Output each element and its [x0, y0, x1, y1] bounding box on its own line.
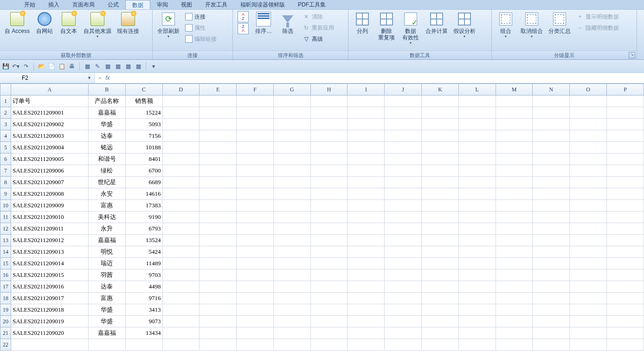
- cell[interactable]: [385, 130, 422, 142]
- cell[interactable]: [237, 96, 274, 107]
- row-header[interactable]: 22: [0, 339, 11, 351]
- cell[interactable]: [607, 316, 644, 327]
- cell[interactable]: [162, 339, 200, 351]
- cell[interactable]: [570, 142, 607, 154]
- col-header[interactable]: N: [533, 84, 570, 96]
- cell[interactable]: [237, 235, 274, 246]
- cell[interactable]: [533, 304, 570, 316]
- cell[interactable]: 销售额: [125, 96, 162, 107]
- cell[interactable]: SALES20211209013: [11, 246, 88, 258]
- cell[interactable]: [458, 107, 496, 119]
- cell[interactable]: [273, 154, 310, 165]
- cell[interactable]: 9716: [125, 293, 162, 304]
- cell[interactable]: [533, 142, 570, 154]
- cell[interactable]: [348, 200, 385, 211]
- cell[interactable]: [533, 293, 570, 304]
- cell[interactable]: [458, 154, 496, 165]
- cell[interactable]: 富惠: [88, 293, 125, 304]
- cell[interactable]: [348, 281, 385, 293]
- cell[interactable]: [237, 142, 274, 154]
- tab-公式[interactable]: 公式: [101, 0, 125, 9]
- col-header[interactable]: H: [310, 84, 348, 96]
- cell[interactable]: 5424: [125, 246, 162, 258]
- cell[interactable]: [458, 119, 496, 130]
- cell[interactable]: [422, 107, 459, 119]
- cell[interactable]: [570, 188, 607, 200]
- cell[interactable]: [570, 316, 607, 327]
- tab-审阅[interactable]: 审阅: [150, 0, 174, 9]
- cell[interactable]: [607, 211, 644, 223]
- cell[interactable]: [607, 130, 644, 142]
- from-text-button[interactable]: 自文本: [58, 11, 80, 35]
- cell[interactable]: SALES20211209015: [11, 269, 88, 281]
- tab-视图[interactable]: 视图: [174, 0, 199, 9]
- cell[interactable]: [200, 246, 237, 258]
- cell[interactable]: [570, 327, 607, 339]
- cell[interactable]: [607, 223, 644, 235]
- cell[interactable]: [273, 327, 310, 339]
- cell[interactable]: 永安: [88, 188, 125, 200]
- cell[interactable]: [310, 200, 348, 211]
- cell[interactable]: [237, 165, 274, 177]
- cell[interactable]: [273, 177, 310, 188]
- cell[interactable]: 4498: [125, 281, 162, 293]
- cell[interactable]: [385, 200, 422, 211]
- cell[interactable]: [570, 130, 607, 142]
- print-preview-icon[interactable]: 🖶: [68, 63, 76, 70]
- cell[interactable]: [273, 269, 310, 281]
- sort-button[interactable]: 排序…: [252, 11, 275, 35]
- cell[interactable]: [422, 327, 459, 339]
- cell[interactable]: [310, 107, 348, 119]
- row-header[interactable]: 8: [0, 177, 11, 188]
- cell[interactable]: [237, 281, 274, 293]
- cell[interactable]: [570, 293, 607, 304]
- cell[interactable]: [570, 107, 607, 119]
- cell[interactable]: [310, 96, 348, 107]
- cell[interactable]: [607, 96, 644, 107]
- cell[interactable]: [237, 107, 274, 119]
- tab-数据[interactable]: 数据: [125, 0, 150, 9]
- from-other-button[interactable]: 自其他来源▾: [82, 11, 113, 39]
- row-header[interactable]: 1: [0, 96, 11, 107]
- cell[interactable]: [496, 177, 533, 188]
- cell[interactable]: [273, 165, 310, 177]
- cell[interactable]: [570, 281, 607, 293]
- cell[interactable]: [533, 235, 570, 246]
- cell[interactable]: [348, 96, 385, 107]
- subtotal-button[interactable]: 分类汇总: [547, 11, 573, 35]
- qat-icon[interactable]: ▦: [135, 63, 142, 70]
- cell[interactable]: 10188: [125, 142, 162, 154]
- col-header[interactable]: G: [273, 84, 310, 96]
- cell[interactable]: 世纪星: [88, 177, 125, 188]
- cell[interactable]: [162, 142, 200, 154]
- row-header[interactable]: 10: [0, 200, 11, 211]
- cell[interactable]: [310, 119, 348, 130]
- cell[interactable]: [273, 107, 310, 119]
- cell[interactable]: [125, 339, 162, 351]
- col-header[interactable]: P: [607, 84, 644, 96]
- cell[interactable]: [385, 142, 422, 154]
- cell[interactable]: [607, 154, 644, 165]
- cell[interactable]: [533, 96, 570, 107]
- from-access-button[interactable]: 自 Access: [3, 11, 32, 35]
- cell[interactable]: [162, 327, 200, 339]
- cell[interactable]: [496, 258, 533, 269]
- cell[interactable]: [607, 235, 644, 246]
- cell[interactable]: [533, 200, 570, 211]
- cell[interactable]: [570, 154, 607, 165]
- cell[interactable]: [458, 200, 496, 211]
- dialog-launcher-icon[interactable]: ↘: [629, 52, 635, 58]
- cell[interactable]: [496, 165, 533, 177]
- cell[interactable]: [273, 235, 310, 246]
- cell[interactable]: [607, 269, 644, 281]
- cell[interactable]: [273, 246, 310, 258]
- cell[interactable]: [200, 154, 237, 165]
- cell[interactable]: [273, 188, 310, 200]
- cell[interactable]: 13524: [125, 235, 162, 246]
- group-button[interactable]: 组合▾: [495, 11, 517, 39]
- cell[interactable]: [237, 269, 274, 281]
- cell[interactable]: 11489: [125, 258, 162, 269]
- cell[interactable]: [385, 188, 422, 200]
- cell[interactable]: [348, 119, 385, 130]
- cell[interactable]: [607, 188, 644, 200]
